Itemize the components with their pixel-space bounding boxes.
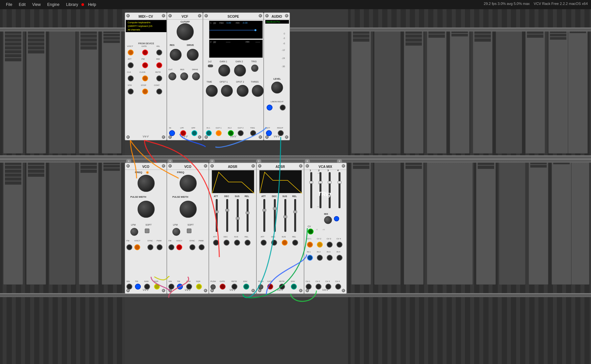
voct-port[interactable] [128, 50, 134, 55]
menu-view[interactable]: View [29, 2, 44, 7]
vco2-sqr-port[interactable] [196, 284, 202, 290]
vco1-soft-btn[interactable] [145, 229, 149, 233]
adsr1-push-btn[interactable] [210, 284, 216, 290]
vcamix-mix-knob[interactable] [324, 216, 332, 224]
drive-sm-knob[interactable] [192, 72, 200, 80]
vcamix-ch3-handle[interactable] [328, 181, 332, 184]
vcamix-cv-port[interactable] [308, 229, 314, 234]
vcf-in-port[interactable] [169, 130, 175, 136]
clk-port[interactable] [128, 75, 134, 81]
right-port-audio-in[interactable] [280, 105, 286, 111]
vcamix-in3-port[interactable] [327, 255, 333, 261]
vco2-pwm-port[interactable] [199, 244, 205, 250]
clkn-port[interactable] [142, 75, 148, 81]
vcamix-in4-port[interactable] [337, 255, 342, 261]
adsr2-att-handle[interactable] [262, 209, 266, 212]
adsr1-sus-port[interactable] [234, 240, 240, 246]
vcamix-ch4-port[interactable] [335, 284, 341, 290]
res-knob[interactable] [170, 49, 182, 61]
adsr1-env-port[interactable] [243, 284, 249, 290]
adsr2-att-port[interactable] [261, 240, 267, 246]
menu-library[interactable]: Library [63, 2, 81, 7]
menu-file[interactable]: File [3, 2, 15, 7]
vel-port[interactable] [156, 50, 162, 55]
vco1-pwm-port[interactable] [157, 244, 163, 250]
cut-sm-knob[interactable] [168, 72, 176, 80]
vcamix-cv3-port[interactable] [327, 242, 333, 248]
vco1-sin-port[interactable] [126, 284, 132, 290]
vcamix-in2-port[interactable] [317, 255, 323, 261]
cont-port[interactable] [156, 89, 162, 94]
vco1-pw-knob[interactable] [138, 201, 155, 218]
vcamix-cv1-port[interactable] [307, 242, 313, 248]
adsr2-dec-handle[interactable] [273, 207, 277, 210]
adsr1-dec-handle[interactable] [225, 209, 229, 212]
vcamix-cv4-port[interactable] [337, 242, 342, 248]
adsr2-sus-port[interactable] [282, 240, 288, 246]
gain2-knob[interactable] [234, 65, 246, 76]
adsr2-sus-handle[interactable] [283, 215, 287, 218]
vco2-freq-knob[interactable] [180, 175, 197, 192]
adsr2-env-port[interactable] [291, 284, 297, 290]
scope-out1-port[interactable] [216, 130, 222, 136]
menu-help[interactable]: Help [85, 2, 99, 7]
vco2-soft-btn[interactable] [187, 229, 191, 233]
midi-device-1[interactable]: Computer keyboard/m [126, 21, 166, 24]
midi-device-3[interactable]: All channels [126, 28, 166, 31]
gate-port[interactable] [142, 50, 148, 55]
vcamix-in1-port[interactable] [307, 255, 313, 261]
vco1-lfm-knob[interactable] [130, 228, 138, 236]
vco2-sin-port[interactable] [168, 284, 174, 290]
res-sm-knob[interactable] [180, 72, 188, 80]
audio-left-port[interactable] [266, 130, 272, 136]
vco1-freq-knob[interactable] [138, 175, 155, 192]
adsr2-dec-port[interactable] [271, 240, 277, 246]
menu-engine[interactable]: Engine [44, 2, 63, 7]
mw-port[interactable] [156, 62, 162, 68]
vcamix-cv2-port[interactable] [317, 242, 323, 248]
retr-port[interactable] [156, 75, 162, 81]
adsr1-gate-port[interactable] [220, 284, 226, 290]
adsr1-sus-handle[interactable] [236, 217, 240, 220]
vcamix-ch1-handle[interactable] [309, 181, 313, 184]
str-port[interactable] [128, 89, 134, 94]
vco2-tri-port[interactable] [177, 284, 183, 290]
vco2-sync-port[interactable] [189, 244, 195, 250]
ofst1-knob[interactable] [221, 85, 233, 97]
adsr2-rel-handle[interactable] [293, 211, 297, 213]
scope-out2-port[interactable] [238, 130, 244, 136]
menu-edit[interactable]: Edit [15, 2, 29, 7]
vcamix-ch2-handle[interactable] [318, 181, 322, 184]
adsr2-gate-port[interactable] [267, 284, 273, 290]
midi-device-2[interactable]: QWERTY keyboard (US [126, 24, 166, 28]
pw-port-midi[interactable] [142, 62, 148, 68]
stop-port[interactable] [142, 89, 148, 94]
drive-knob[interactable] [187, 49, 199, 61]
vco1-sync-port[interactable] [147, 244, 153, 250]
vco1-voct-port[interactable] [134, 244, 140, 250]
time-knob[interactable] [206, 85, 218, 97]
1x2-toggle[interactable] [208, 65, 213, 67]
thres-knob[interactable] [252, 85, 264, 97]
gain1-knob[interactable] [218, 65, 230, 76]
vcamix-mix-btn[interactable] [334, 216, 339, 221]
scope-trig-port[interactable] [250, 130, 256, 136]
adsr2-push-btn[interactable] [258, 284, 263, 290]
adsr2-rel-port[interactable] [292, 240, 298, 246]
adsr1-rel-port[interactable] [245, 240, 251, 246]
vco1-tri-port[interactable] [135, 284, 141, 290]
scope-in1-port[interactable] [206, 130, 212, 136]
lmon-port[interactable] [267, 105, 273, 111]
vcamix-ch1-port[interactable] [306, 284, 312, 290]
trig-knob-scope[interactable] [251, 65, 258, 72]
vcamix-ch4-handle[interactable] [338, 181, 341, 184]
adsr1-rel-handle[interactable] [246, 212, 250, 214]
vco2-fm-port[interactable] [168, 244, 174, 250]
adsr1-att-handle[interactable] [215, 211, 219, 213]
cutoff-knob[interactable] [177, 23, 194, 40]
level-knob-audio[interactable] [271, 82, 283, 93]
adsr1-att-port[interactable] [213, 240, 219, 246]
vco2-pw-knob[interactable] [180, 201, 197, 218]
adsr1-dec-port[interactable] [224, 240, 230, 246]
ofst2-knob[interactable] [237, 85, 249, 97]
